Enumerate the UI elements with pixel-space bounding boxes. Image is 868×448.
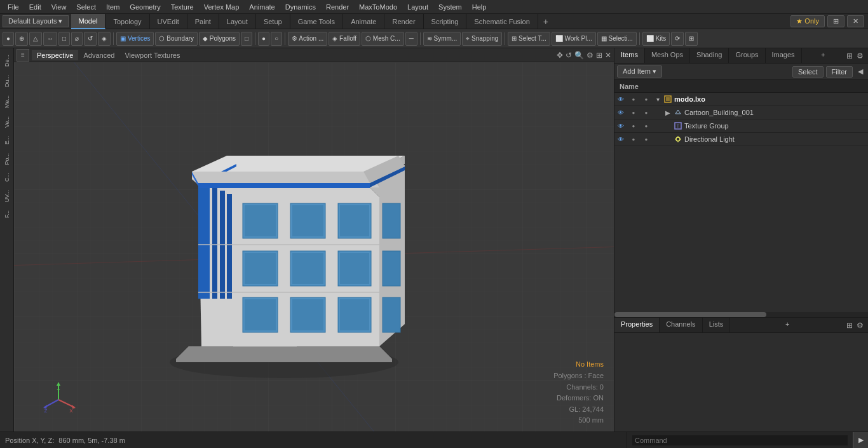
item-expand-cartoon-building[interactable]: ▶	[663, 107, 673, 118]
toolbar-mesh-component-btn[interactable]: ⬡ Mesh C...	[362, 32, 404, 46]
toolbar-symmetry-btn[interactable]: ≋ Symm...	[423, 32, 461, 46]
menu-system[interactable]: System	[433, 2, 467, 12]
menu-animate[interactable]: Animate	[244, 2, 280, 12]
left-tab-c[interactable]: C...	[3, 169, 11, 186]
toolbar-action-center-btn[interactable]: ◈	[98, 32, 111, 46]
toolbar-action-btn[interactable]: ⚙ Action ...	[288, 32, 327, 46]
left-tab-e[interactable]: E...	[3, 132, 11, 149]
toolbar-snapping-btn[interactable]: ⌖ Snapping	[462, 32, 502, 46]
toolbar-element-btn[interactable]: □	[241, 32, 252, 46]
prop-panel-expand-icon[interactable]: ⊞	[844, 321, 855, 330]
toolbar-circle-select-btn[interactable]: ⌀	[71, 32, 83, 46]
left-tab-f[interactable]: F...	[3, 207, 11, 222]
item-row-modo-lxo[interactable]: 👁 ● ● ▾ modo.lxo	[614, 93, 868, 106]
layout-tab-paint[interactable]: Paint	[187, 14, 219, 29]
toolbar-edge-btn[interactable]: ─	[405, 32, 417, 46]
menu-view[interactable]: View	[46, 2, 72, 12]
toolbar-vertex-btn[interactable]: △	[29, 32, 42, 46]
viewport-tab-textures[interactable]: Viewport Textures	[119, 50, 185, 60]
layout-tab-topology[interactable]: Topology	[105, 14, 149, 29]
right-tab-images[interactable]: Images	[766, 48, 802, 63]
left-tab-ve[interactable]: Ve...	[3, 112, 11, 132]
left-tab-uv[interactable]: UV...	[3, 186, 11, 206]
viewport-move-icon[interactable]: ✥	[557, 51, 563, 60]
left-tab-de[interactable]: De...	[3, 51, 11, 71]
items-collapse-button[interactable]: ◀	[855, 67, 865, 77]
toolbar-vertices-btn[interactable]: ▣ ▣ VerticesVertices	[116, 32, 154, 46]
right-tab-groups[interactable]: Groups	[729, 48, 765, 63]
toolbar-snap-btn[interactable]: ⊕	[15, 32, 28, 46]
right-tab-add[interactable]: +	[816, 48, 830, 63]
layout-tab-game-tools[interactable]: Game Tools	[290, 14, 344, 29]
menu-edit[interactable]: Edit	[24, 2, 46, 12]
toolbar-select-box-btn[interactable]: □	[58, 32, 70, 46]
item-vis3-cartoon-building[interactable]: ●	[640, 107, 653, 118]
item-vis2-directional-light[interactable]: ●	[627, 134, 640, 144]
toolbar-falloff-btn[interactable]: ◈ Falloff	[329, 32, 360, 46]
prop-tab-channels[interactable]: Channels	[660, 318, 702, 332]
item-vis2-modo-lxo[interactable]: ●	[627, 94, 640, 104]
item-vis3-directional-light[interactable]: ●	[640, 134, 653, 144]
viewport-close-icon[interactable]: ✕	[605, 51, 611, 60]
toolbar-select-tool-btn[interactable]: ⊞ Select T...	[508, 32, 550, 46]
toolbar-refresh-btn[interactable]: ⟳	[671, 32, 684, 46]
items-scrollbar-track[interactable]	[614, 312, 868, 317]
toolbar-rotate-btn[interactable]: ↺	[84, 32, 97, 46]
right-panel-expand-icon[interactable]: ⊞	[844, 51, 855, 60]
menu-texture[interactable]: Texture	[166, 2, 199, 12]
star-only-button[interactable]: ★ Only	[790, 15, 825, 27]
viewport-tab-advanced[interactable]: Advanced	[78, 50, 119, 60]
toolbar-expand-btn[interactable]: ⊞	[685, 32, 698, 46]
left-tab-du[interactable]: Du...	[3, 71, 11, 91]
menu-file[interactable]: File	[3, 2, 24, 12]
toolbar-transform-btn[interactable]: ↔	[43, 32, 57, 46]
prop-tab-properties[interactable]: Properties	[614, 318, 660, 332]
menu-item[interactable]: Item	[101, 2, 125, 12]
right-tab-items[interactable]: Items	[614, 48, 645, 63]
item-eye-modo-lxo[interactable]: 👁	[614, 94, 627, 104]
viewport-settings-icon[interactable]: ⚙	[587, 51, 593, 60]
item-row-cartoon-building[interactable]: 👁 ● ● ▶ Cartoon_Building_001	[614, 106, 868, 119]
items-select-button[interactable]: Select	[792, 66, 824, 78]
layout-tab-uvedit[interactable]: UVEdit	[150, 14, 187, 29]
item-vis3-modo-lxo[interactable]: ●	[640, 94, 653, 104]
item-row-directional-light[interactable]: 👁 ● ● Directional Light	[614, 133, 868, 146]
menu-dynamics[interactable]: Dynamics	[280, 2, 321, 12]
items-filter-button[interactable]: Filter	[826, 66, 853, 78]
item-eye-cartoon-building[interactable]: 👁	[614, 107, 627, 118]
layout-tab-add[interactable]: +	[538, 15, 553, 29]
layout-dropdown[interactable]: Default Layouts ▾	[3, 15, 69, 27]
layout-tab-setup[interactable]: Setup	[256, 14, 290, 29]
layout-tab-animate[interactable]: Animate	[343, 14, 384, 29]
item-eye-texture-group[interactable]: 👁	[614, 121, 627, 131]
toolbar-toggle2-btn[interactable]: ○	[271, 32, 282, 46]
layout-tab-model[interactable]: Model	[71, 14, 106, 29]
viewport-tab-perspective[interactable]: Perspective	[32, 50, 78, 60]
item-vis2-cartoon-building[interactable]: ●	[627, 107, 640, 118]
toolbar-selection-btn[interactable]: ▦ Selecti...	[597, 32, 637, 46]
right-tab-mesh-ops[interactable]: Mesh Ops	[645, 48, 690, 63]
menu-vertex-map[interactable]: Vertex Map	[199, 2, 245, 12]
layout-tab-schematic[interactable]: Schematic Fusion	[466, 14, 538, 29]
layout-expand-button[interactable]: ⊞	[827, 15, 844, 27]
menu-geometry[interactable]: Geometry	[125, 2, 165, 12]
toolbar-work-plane-btn[interactable]: ⬜ Work Pl...	[552, 32, 596, 46]
viewport-refresh-icon[interactable]: ↺	[566, 51, 572, 60]
right-panel-settings-icon[interactable]: ⚙	[855, 51, 865, 60]
menu-maxtomodo[interactable]: MaxToModo	[354, 2, 402, 12]
right-tab-shading[interactable]: Shading	[690, 48, 729, 63]
add-item-button[interactable]: Add Item ▾	[617, 65, 662, 78]
item-vis3-texture-group[interactable]: ●	[640, 121, 653, 131]
prop-tab-add[interactable]: +	[780, 318, 794, 332]
item-eye-directional-light[interactable]: 👁	[614, 134, 627, 144]
layout-tab-render[interactable]: Render	[384, 14, 423, 29]
layout-close-button[interactable]: ✕	[847, 15, 864, 27]
toolbar-mode-btn[interactable]: ●	[3, 32, 14, 46]
viewport-zoom-icon[interactable]: 🔍	[574, 51, 584, 60]
toolbar-toggle1-btn[interactable]: ●	[258, 32, 269, 46]
left-tab-me[interactable]: Me...	[3, 92, 11, 112]
prop-tab-lists[interactable]: Lists	[703, 318, 731, 332]
command-input[interactable]	[632, 435, 848, 445]
toolbar-polygons-btn[interactable]: ◆ Polygons	[199, 32, 240, 46]
toolbar-kits-btn[interactable]: ⬜ Kits	[642, 32, 670, 46]
